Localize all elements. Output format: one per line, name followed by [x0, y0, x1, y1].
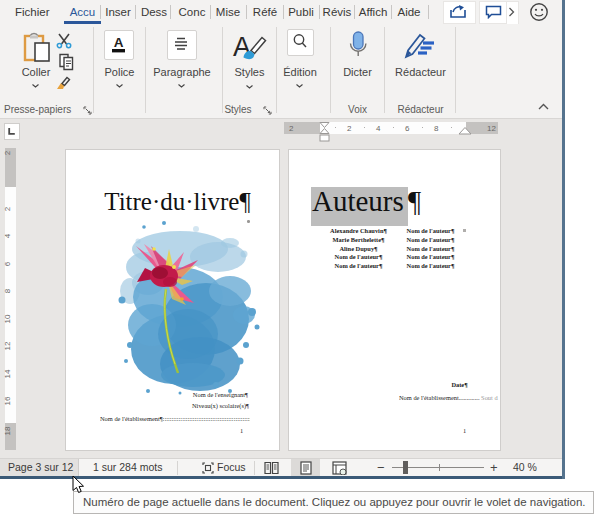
svg-text:A: A [114, 35, 124, 50]
